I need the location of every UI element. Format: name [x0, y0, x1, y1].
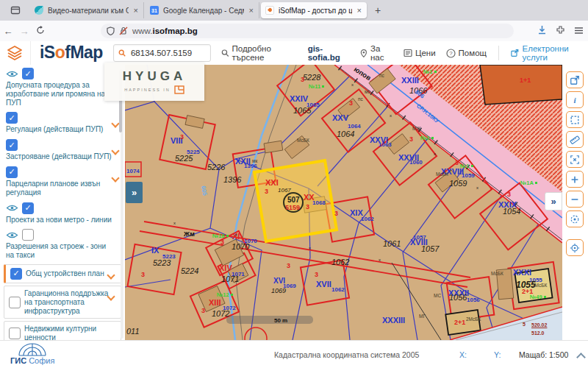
- url-text: www.isofmap.bg: [132, 26, 198, 35]
- layer-checkbox[interactable]: [9, 297, 21, 308]
- eservices-link[interactable]: Електронни услуги: [511, 44, 588, 62]
- expand-right-panel-button[interactable]: »: [545, 192, 562, 210]
- svg-text:?: ?: [449, 50, 453, 57]
- locate-button[interactable]: [566, 239, 584, 256]
- layer-checkbox[interactable]: ✓: [22, 202, 34, 214]
- status-bar: ГИС София Кадастрална координатна систем…: [0, 340, 588, 368]
- circle-select-icon: [570, 214, 580, 224]
- layer-checkbox[interactable]: [9, 328, 21, 339]
- circle-select-button[interactable]: [566, 210, 584, 227]
- sidebar-layer-item[interactable]: Гаранционна поддръжка на транспортната и…: [4, 286, 121, 319]
- advanced-search-icon: [221, 49, 229, 57]
- browser-tab[interactable]: iSofMap - достъп до цифрови дан ×: [261, 2, 367, 18]
- eye-icon[interactable]: [6, 70, 18, 78]
- minus-icon: [570, 194, 580, 205]
- collapse-statusbar-icon[interactable]: [576, 353, 586, 362]
- sidebar-layer-item[interactable]: Недвижими културни ценности: [4, 321, 121, 340]
- export-button[interactable]: [566, 71, 584, 88]
- browser-tab[interactable]: 31 Google Календар - Седмицата ×: [146, 2, 259, 18]
- gis-sofia-logo[interactable]: ГИС София: [10, 342, 54, 365]
- search-input[interactable]: [129, 48, 206, 58]
- layer-label: Недвижими културни ценности: [24, 325, 109, 340]
- sidebar-layer-item[interactable]: ✓ Проекти за нови метро - линии: [0, 199, 125, 227]
- advanced-search-link[interactable]: Подробно търсене: [221, 44, 298, 62]
- zoom-extent-icon: [570, 155, 580, 165]
- lock-insecure-icon[interactable]: [119, 26, 128, 35]
- layer-checkbox[interactable]: ✓: [6, 139, 18, 151]
- expand-sidebar-button[interactable]: »: [126, 182, 143, 203]
- shield-icon[interactable]: [107, 26, 115, 35]
- menu-icon[interactable]: [574, 24, 584, 38]
- tab-close-icon[interactable]: ×: [248, 6, 254, 15]
- hyuga-subtitle: HAPPINESS IN: [124, 88, 171, 92]
- plus-icon: [570, 174, 580, 185]
- tab-close-icon[interactable]: ×: [133, 6, 139, 15]
- layer-label: Допусната процедура за изработване или п…: [6, 81, 113, 107]
- eye-icon[interactable]: [6, 204, 18, 212]
- sidebar-layer-item[interactable]: ✓ Парцеларни планове извън регулация: [0, 163, 125, 199]
- locate-icon: [570, 243, 580, 253]
- crs-label: Кадастрална координатна система 2005: [274, 350, 419, 359]
- about-link[interactable]: За нас: [360, 44, 393, 62]
- browser-address-bar: ← → www.isofmap.bg: [0, 21, 588, 42]
- new-tab-button[interactable]: +: [370, 4, 385, 16]
- isofmap-logo[interactable]: iSofMap: [40, 43, 103, 63]
- layer-checkbox[interactable]: [22, 229, 34, 241]
- tab-favicon: 31: [150, 6, 159, 15]
- help-icon: ?: [446, 49, 456, 58]
- tab-title: iSofMap - достъп до цифрови дан: [279, 7, 352, 15]
- eye-icon[interactable]: [6, 231, 18, 239]
- layer-checkbox[interactable]: ✓: [10, 268, 22, 280]
- layer-checkbox[interactable]: ✓: [22, 68, 34, 79]
- layer-label: Проекти за нови метро - линии: [6, 216, 113, 224]
- tab-favicon: [265, 6, 274, 15]
- external-link-icon: [511, 49, 519, 57]
- hyuga-logo-overlay: HYUGA HAPPINESS IN: [104, 63, 204, 101]
- info-icon: i: [570, 95, 580, 105]
- map-scalebar: [226, 316, 313, 324]
- map-scale-label: Мащаб: 1:500: [519, 350, 568, 359]
- coord-x-label: X:: [459, 350, 467, 359]
- svg-text:i: i: [573, 96, 576, 105]
- sidebar-scrollbar[interactable]: [121, 66, 123, 339]
- tab-favicon: [35, 6, 43, 15]
- browser-tab-bar: Видео-материали към Серти × 31 Google Ка…: [0, 0, 588, 21]
- sidebar-layer-item[interactable]: ✓ Регулация (действащи ПУП): [0, 109, 125, 136]
- layer-checkbox[interactable]: ✓: [6, 112, 18, 124]
- tab-overview-icon[interactable]: [6, 2, 25, 18]
- extensions-icon[interactable]: [556, 24, 565, 38]
- zoom-extent-button[interactable]: [566, 151, 584, 168]
- layers-menu-button[interactable]: [0, 41, 31, 65]
- layers-sidebar: ✓ Допусната процедура за изработване или…: [0, 65, 126, 340]
- info-button[interactable]: i: [566, 91, 584, 108]
- browser-tab[interactable]: Видео-материали към Серти ×: [30, 2, 144, 18]
- layer-label: Разрешения за строеж - зони на такси: [6, 242, 113, 260]
- back-icon[interactable]: ←: [0, 26, 16, 37]
- search-box[interactable]: [113, 44, 211, 62]
- zoom-in-button[interactable]: [566, 171, 584, 188]
- help-link[interactable]: ? Помощ: [446, 49, 487, 58]
- layer-checkbox[interactable]: ✓: [6, 166, 18, 178]
- cadastral-map-canvas[interactable]: VIIIIXXIXIIIXIVXVIXVIIXVIIIXIXXXXXIXXIIX…: [125, 65, 562, 340]
- download-icon[interactable]: [537, 24, 547, 38]
- price-list-icon: [404, 49, 412, 57]
- prices-link[interactable]: Цени: [404, 49, 436, 57]
- tab-close-icon[interactable]: ×: [356, 6, 362, 15]
- gis-sofia-link[interactable]: gis-sofia.bg: [308, 44, 351, 62]
- tab-strip: Видео-материали към Серти × 31 Google Ка…: [29, 0, 368, 21]
- location-pin-icon: [360, 49, 368, 58]
- measure-button[interactable]: [566, 131, 584, 148]
- forward-icon[interactable]: →: [16, 26, 32, 37]
- sidebar-layer-item[interactable]: Разрешения за строеж - зони на такси: [0, 226, 125, 262]
- layers-icon: [7, 46, 23, 60]
- reload-icon[interactable]: [32, 26, 49, 37]
- url-field[interactable]: www.isofmap.bg: [101, 24, 514, 38]
- select-area-icon: [570, 115, 580, 125]
- layer-label: Парцеларни планове извън регулация: [6, 180, 113, 197]
- zoom-out-button[interactable]: [566, 191, 584, 208]
- select-area-button[interactable]: [566, 111, 584, 128]
- layer-label: Гаранционна поддръжка на транспортната и…: [24, 289, 109, 315]
- coord-y-label: Y:: [494, 350, 501, 359]
- sidebar-layer-item[interactable]: ✓ Застрояване (действащи ПУП): [0, 136, 125, 163]
- sidebar-layer-item[interactable]: ✓ Общ устройствен план: [4, 264, 121, 283]
